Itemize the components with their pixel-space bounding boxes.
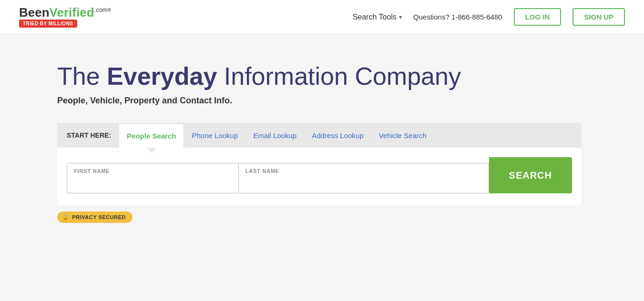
header: BeenVerified.com® TRIED BY MILLIONS Sear… [0,0,644,34]
tried-badge: TRIED BY MILLIONS [19,20,77,28]
hero-title-bold: Everyday [107,62,217,90]
tab-people-search[interactable]: People Search [119,123,184,148]
search-form: FIRST NAME LAST NAME SEARCH [57,148,582,205]
first-name-label: FIRST NAME [74,168,232,174]
tabs-bar: START HERE: People Search Phone Lookup E… [57,123,582,148]
last-name-input[interactable] [245,176,482,188]
tab-address-lookup[interactable]: Address Lookup [304,123,371,148]
search-widget: START HERE: People Search Phone Lookup E… [57,123,582,205]
search-tools-label: Search Tools [353,13,397,21]
login-button[interactable]: LOG IN [514,8,562,26]
signup-button[interactable]: SIGN UP [572,8,625,26]
hero-title: The Everyday Information Company [57,63,587,90]
logo-verified: Verified [50,5,94,20]
search-button[interactable]: SEARCH [489,157,572,193]
lock-icon: 🔒 [62,214,70,221]
hero-title-post: Information Company [217,62,461,90]
hero-subtitle: People, Vehicle, Property and Contact In… [57,96,587,106]
logo-area: BeenVerified.com® TRIED BY MILLIONS [19,6,111,28]
last-name-label: LAST NAME [245,168,482,174]
tab-phone-lookup[interactable]: Phone Lookup [184,123,245,148]
tab-active-arrow [147,148,156,153]
first-name-input[interactable] [74,176,232,188]
phone-number: Questions? 1-866-885-6480 [413,13,502,21]
last-name-group: LAST NAME [239,163,489,193]
logo-reg: ® [108,8,111,13]
tab-email-lookup[interactable]: Email Lookup [245,123,304,148]
start-here-label: START HERE: [67,131,111,139]
logo-dotcom: .com [94,6,108,13]
logo-been: Been [19,5,50,20]
search-tools-button[interactable]: Search Tools ▾ [353,13,402,21]
logo: BeenVerified.com® [19,6,111,19]
chevron-down-icon: ▾ [399,14,402,20]
header-right: Search Tools ▾ Questions? 1-866-885-6480… [353,8,625,26]
main-content: The Everyday Information Company People,… [0,34,644,301]
hero-title-pre: The [57,62,107,90]
first-name-group: FIRST NAME [67,163,239,193]
tab-vehicle-search[interactable]: Vehicle Search [371,123,434,148]
privacy-label: PRIVACY SECURED [72,214,126,220]
privacy-badge: 🔒 PRIVACY SECURED [57,211,133,223]
